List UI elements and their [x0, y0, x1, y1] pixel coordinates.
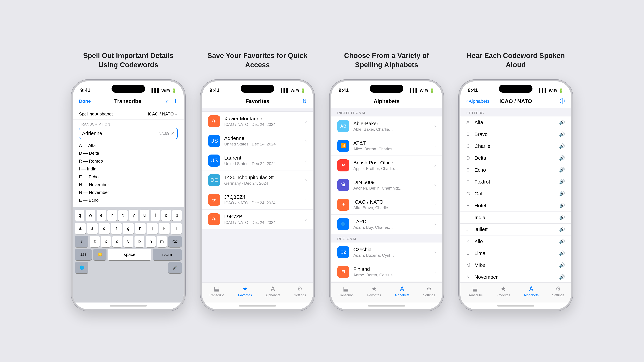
alpha-info: British Post OfficeApple, Brother, Charl…	[353, 160, 430, 171]
sort-icon[interactable]: ⇅	[302, 98, 307, 104]
key-x[interactable]: x	[101, 236, 111, 247]
key-v[interactable]: v	[124, 236, 133, 247]
input-row[interactable]: Adrienne 8/169 ✕	[79, 128, 178, 139]
key-e[interactable]: e	[96, 210, 106, 221]
key-a[interactable]: a	[75, 223, 86, 234]
status-icons-2: ▌▌▌ WiFi 🔋	[281, 88, 306, 93]
clear-icon[interactable]: ✕	[171, 131, 174, 136]
key-s[interactable]: s	[87, 223, 98, 234]
key-y[interactable]: y	[129, 210, 138, 221]
delete-key[interactable]: ⌫	[168, 236, 182, 247]
speaker-icon[interactable]: 🔊	[559, 167, 565, 173]
shift-key[interactable]: ⇧	[75, 236, 88, 247]
key-w[interactable]: w	[86, 210, 95, 221]
key-h[interactable]: h	[135, 223, 146, 234]
alpha-item[interactable]: ✉British Post OfficeApple, Brother, Char…	[331, 156, 442, 175]
space-key[interactable]: space	[108, 249, 151, 260]
spelling-value[interactable]: ICAO / NATO ⌄	[148, 111, 178, 117]
tab-alphabets[interactable]: AAlphabets	[524, 285, 539, 297]
key-l[interactable]: l	[171, 223, 182, 234]
speaker-icon[interactable]: 🔊	[559, 155, 565, 161]
tab-alphabets[interactable]: AAlphabets	[266, 285, 280, 297]
tab-label-settings: Settings	[552, 293, 564, 297]
home-indicator-4	[460, 303, 571, 309]
alpha-item[interactable]: 🔷LAPDAdam, Boy, Charles…›	[331, 215, 442, 234]
key-b[interactable]: b	[134, 236, 144, 247]
done-button[interactable]: Done	[79, 98, 91, 104]
key-d[interactable]: d	[99, 223, 110, 234]
input-text[interactable]: Adrienne	[82, 131, 102, 136]
share-icon-1[interactable]: ⬆	[173, 98, 178, 104]
speaker-icon[interactable]: 🔊	[559, 143, 565, 149]
tab-transcribe[interactable]: ▤Transcribe	[467, 285, 483, 297]
speaker-icon[interactable]: 🔊	[559, 262, 565, 268]
star-icon-1[interactable]: ☆	[165, 98, 170, 104]
mic-key[interactable]: 🎤	[168, 262, 182, 273]
chevron-right-icon: ›	[434, 202, 436, 207]
alpha-item[interactable]: 📶AT&TAlice, Bertha, Charles…›	[331, 136, 442, 156]
speaker-icon[interactable]: 🔊	[559, 179, 565, 185]
num-key[interactable]: 123	[75, 249, 92, 260]
alpha-item[interactable]: 🏛DIN 5009Aachen, Berlin, Chemnitz…›	[331, 175, 442, 195]
fav-icon: US	[208, 155, 220, 167]
tab-favorites[interactable]: ★Favorites	[238, 285, 252, 297]
key-z[interactable]: z	[90, 236, 100, 247]
tab-transcribe[interactable]: ▤Transcribe	[209, 285, 224, 297]
letter-row: B Bravo 🔊	[460, 128, 571, 140]
key-f[interactable]: f	[111, 223, 122, 234]
tab-transcribe[interactable]: ▤Transcribe	[338, 285, 354, 297]
fav-item[interactable]: DE1436 Tchoupitoulas StGermany · Dec 24,…	[202, 170, 313, 190]
globe-key[interactable]: 🌐	[75, 262, 88, 273]
tab-favorites[interactable]: ★Favorites	[496, 285, 510, 297]
speaker-icon[interactable]: 🔊	[559, 250, 565, 256]
fav-item[interactable]: ✈J7Q3EZ4ICAO / NATO · Dec 24, 2024›	[202, 190, 313, 210]
tab-settings[interactable]: ⚙Settings	[552, 285, 564, 297]
emoji-key[interactable]: 😊	[93, 249, 106, 260]
tab-settings[interactable]: ⚙Settings	[423, 285, 435, 297]
chevron-right-icon: ›	[434, 269, 436, 275]
speaker-icon[interactable]: 🔊	[559, 131, 565, 137]
key-c[interactable]: c	[112, 236, 122, 247]
key-t[interactable]: t	[118, 210, 128, 221]
key-u[interactable]: u	[140, 210, 149, 221]
speaker-icon[interactable]: 🔊	[559, 274, 565, 280]
alpha-item[interactable]: CZCzechiaAdam, Božena, Cyril…›	[331, 243, 442, 262]
phone-4: 9:41 ▌▌▌ WiFi 🔋 ‹ Alphabets ICAO / NATO …	[459, 80, 573, 311]
key-p[interactable]: p	[172, 210, 182, 221]
chevron-down-icon: ⌄	[175, 112, 178, 116]
fav-item[interactable]: USLaurentUnited States · Dec 24, 2024›	[202, 151, 313, 170]
speaker-icon[interactable]: 🔊	[559, 191, 565, 196]
key-q[interactable]: q	[75, 210, 84, 221]
key-r[interactable]: r	[107, 210, 117, 221]
key-k[interactable]: k	[159, 223, 170, 234]
tab-favorites[interactable]: ★Favorites	[367, 285, 381, 297]
back-button[interactable]: Alphabets	[468, 98, 490, 104]
dynamic-island-1	[112, 85, 145, 93]
alpha-item[interactable]: ABAble-BakerAble, Baker, Charlie…›	[331, 116, 442, 136]
fav-item[interactable]: ✈L9K7ZBICAO / NATO · Dec 24, 2024›	[202, 210, 313, 229]
battery-icon-2: 🔋	[300, 88, 306, 93]
speaker-icon[interactable]: 🔊	[559, 239, 565, 244]
alpha-item[interactable]: ✈ICAO / NATOAlfa, Bravo, Charlie…›	[331, 195, 442, 215]
info-icon[interactable]: ⓘ	[560, 97, 565, 105]
speaker-icon[interactable]: 🔊	[559, 227, 565, 232]
fav-item[interactable]: USAdrienneUnited States · Dec 24, 2024›	[202, 131, 313, 151]
alpha-name: British Post Office	[353, 160, 430, 166]
key-m[interactable]: m	[157, 236, 167, 247]
transcription-row: A — Alfa	[79, 142, 178, 149]
speaker-icon[interactable]: 🔊	[559, 119, 565, 125]
spelling-row: Spelling Alphabet ICAO / NATO ⌄	[79, 111, 178, 117]
key-g[interactable]: g	[123, 223, 134, 234]
key-o[interactable]: o	[161, 210, 171, 221]
key-n[interactable]: n	[146, 236, 156, 247]
alpha-item[interactable]: FIFinlandAarne, Bertta, Celsius…›	[331, 262, 442, 282]
speaker-icon[interactable]: 🔊	[559, 203, 565, 208]
speaker-icon[interactable]: 🔊	[559, 215, 565, 220]
fav-item[interactable]: ✈Xavier MontagneICAO / NATO · Dec 24, 20…	[202, 111, 313, 131]
return-key[interactable]: return	[152, 249, 182, 260]
tab-settings[interactable]: ⚙Settings	[294, 285, 306, 297]
key-j[interactable]: j	[147, 223, 158, 234]
key-i[interactable]: i	[150, 210, 160, 221]
tab-alphabets[interactable]: AAlphabets	[394, 285, 410, 297]
fav-detail: ICAO / NATO · Dec 24, 2024	[224, 220, 301, 225]
